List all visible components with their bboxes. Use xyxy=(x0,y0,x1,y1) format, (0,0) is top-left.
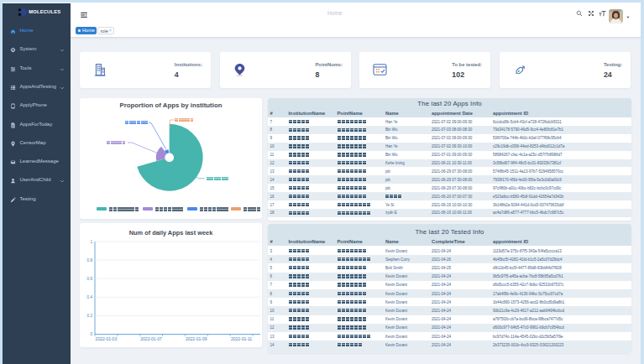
svg-text:0.6: 0.6 xyxy=(87,277,93,281)
svg-text:0.4: 0.4 xyxy=(87,295,93,299)
svg-text:2022-01-07: 2022-01-07 xyxy=(140,336,162,341)
svg-text:2022-01-03: 2022-01-03 xyxy=(96,336,118,341)
svg-text:0.2: 0.2 xyxy=(87,314,93,318)
svg-text:0: 0 xyxy=(90,332,92,336)
svg-text:2022-01-09: 2022-01-09 xyxy=(186,336,207,341)
svg-text:0.8: 0.8 xyxy=(87,258,93,263)
svg-text:2022-01-11: 2022-01-11 xyxy=(231,336,252,341)
svg-text:1: 1 xyxy=(90,240,92,244)
